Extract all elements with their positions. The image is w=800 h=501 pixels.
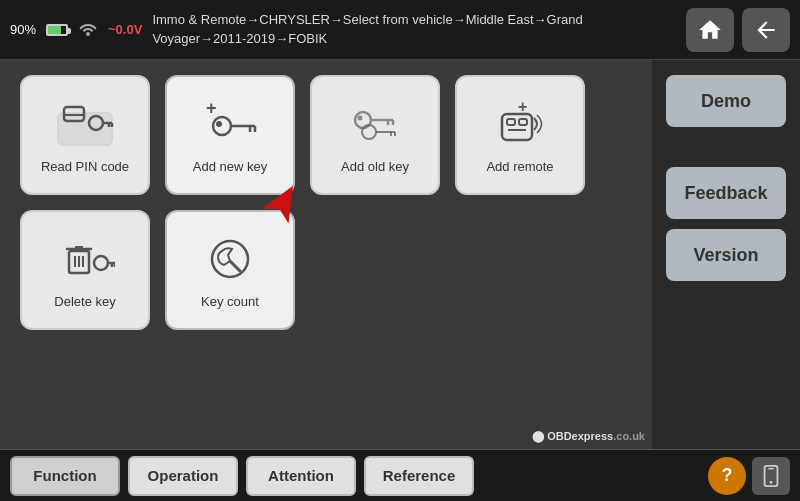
grid-row-1: Read PIN code + Add new key — [20, 75, 632, 195]
add-old-key-button[interactable]: Add old key — [310, 75, 440, 195]
version-button[interactable]: Version — [666, 229, 786, 281]
svg-rect-25 — [519, 119, 527, 125]
obd-domain: .co.uk — [613, 430, 645, 442]
demo-button[interactable]: Demo — [666, 75, 786, 127]
read-pin-button[interactable]: Read PIN code — [20, 75, 150, 195]
svg-point-12 — [216, 121, 222, 127]
tab-reference[interactable]: Reference — [364, 456, 474, 496]
delete-key-label: Delete key — [54, 294, 115, 309]
grid-row-2: Delete key Key count — [20, 210, 632, 330]
breadcrumb: Immo & Remote→CHRYSLER→Select from vehic… — [142, 11, 686, 47]
svg-rect-24 — [507, 119, 515, 125]
delete-key-button[interactable]: Delete key — [20, 210, 150, 330]
add-remote-label: Add remote — [486, 159, 553, 174]
add-old-key-label: Add old key — [341, 159, 409, 174]
svg-rect-23 — [502, 114, 532, 140]
sidebar: Demo Feedback Version — [652, 60, 800, 449]
top-bar: 90% ~0.0V Immo & Remote→CHRYSLER→Select … — [0, 0, 800, 60]
battery-icon — [46, 24, 68, 36]
help-button[interactable]: ? — [708, 457, 746, 495]
key-count-button[interactable]: Key count — [165, 210, 295, 330]
feedback-button[interactable]: Feedback — [666, 167, 786, 219]
tab-attention[interactable]: Attention — [246, 456, 356, 496]
tab-function[interactable]: Function — [10, 456, 120, 496]
phone-button[interactable] — [752, 457, 790, 495]
obd-brand: OBDexpress — [547, 430, 613, 442]
content-area: Read PIN code + Add new key — [0, 60, 652, 449]
add-remote-button[interactable]: + Add remote — [455, 75, 585, 195]
key-count-icon — [200, 231, 260, 286]
tab-operation[interactable]: Operation — [128, 456, 238, 496]
main-area: Read PIN code + Add new key — [0, 60, 800, 449]
voltage-display: ~0.0V — [108, 22, 142, 37]
svg-point-8 — [213, 117, 231, 135]
status-area: 90% ~0.0V — [10, 20, 142, 40]
add-new-key-button[interactable]: + Add new key — [165, 75, 295, 195]
svg-point-18 — [362, 125, 376, 139]
battery-percent: 90% — [10, 22, 36, 37]
svg-point-17 — [358, 115, 363, 120]
svg-text:+: + — [518, 98, 527, 115]
svg-line-38 — [230, 261, 240, 271]
svg-point-41 — [770, 481, 773, 484]
svg-point-33 — [94, 256, 108, 270]
back-button[interactable] — [742, 8, 790, 52]
read-pin-icon — [55, 96, 115, 151]
wifi-icon — [78, 20, 98, 40]
add-new-key-label: Add new key — [193, 159, 267, 174]
obd-logo: ⬤ OBDexpress.co.uk — [532, 430, 645, 443]
add-remote-icon: + — [490, 96, 550, 151]
nav-buttons — [686, 8, 790, 52]
key-count-label: Key count — [201, 294, 259, 309]
home-button[interactable] — [686, 8, 734, 52]
svg-text:+: + — [206, 98, 217, 118]
obd-logo-text: ⬤ — [532, 430, 547, 442]
add-old-key-icon — [345, 96, 405, 151]
help-area: ? — [708, 457, 790, 495]
delete-key-icon — [55, 231, 115, 286]
read-pin-label: Read PIN code — [41, 159, 129, 174]
bottom-bar: Function Operation Attention Reference ? — [0, 449, 800, 501]
add-new-key-icon: + — [200, 96, 260, 151]
